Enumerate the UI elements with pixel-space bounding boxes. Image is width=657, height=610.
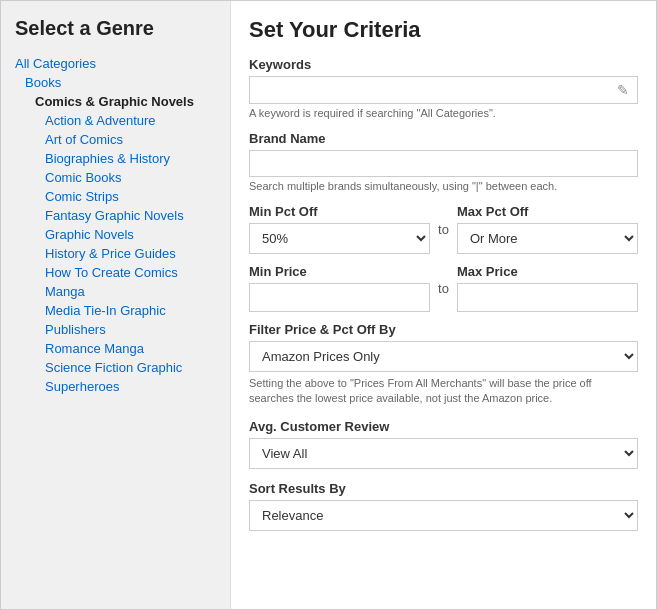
genre-link[interactable]: Action & Adventure (45, 113, 156, 128)
genre-list-item[interactable]: Biographies & History (45, 149, 216, 168)
genre-list-item[interactable]: Romance Manga (45, 339, 216, 358)
max-price-col: Max Price (457, 264, 638, 312)
genre-link[interactable]: Manga (45, 284, 85, 299)
max-pct-select[interactable]: Or More10%20%30%40%50%60%70%80%90% (457, 223, 638, 254)
right-title: Set Your Criteria (249, 17, 638, 43)
min-price-label: Min Price (249, 264, 430, 279)
genre-link[interactable]: Biographies & History (45, 151, 170, 166)
price-row: Min Price to Max Price (249, 264, 638, 312)
filter-label: Filter Price & Pct Off By (249, 322, 638, 337)
sort-select[interactable]: RelevancePrice: Low to HighPrice: High t… (249, 500, 638, 531)
genre-list-item[interactable]: Books (25, 73, 216, 92)
genre-link[interactable]: Art of Comics (45, 132, 123, 147)
genre-list-item[interactable]: Art of Comics (45, 130, 216, 149)
genre-list-item[interactable]: Superheroes (45, 377, 216, 396)
to-sep-2: to (438, 281, 449, 296)
left-panel: Select a Genre All CategoriesBooksComics… (1, 1, 231, 609)
filter-select[interactable]: Amazon Prices OnlyPrices From All Mercha… (249, 341, 638, 372)
genre-list-item[interactable]: Publishers (45, 320, 216, 339)
max-pct-col: Max Pct Off Or More10%20%30%40%50%60%70%… (457, 204, 638, 254)
genre-list-item[interactable]: Science Fiction Graphic (45, 358, 216, 377)
keywords-label: Keywords (249, 57, 638, 72)
genre-list-item[interactable]: History & Price Guides (45, 244, 216, 263)
filter-note: Setting the above to "Prices From All Me… (249, 376, 638, 407)
min-pct-col: Min Pct Off 50%10%20%30%40%60%70%80%90% (249, 204, 430, 254)
genre-link[interactable]: Comic Books (45, 170, 122, 185)
brand-label: Brand Name (249, 131, 638, 146)
genre-list-item[interactable]: Action & Adventure (45, 111, 216, 130)
genre-link[interactable]: Comic Strips (45, 189, 119, 204)
min-price-col: Min Price (249, 264, 430, 312)
min-price-input[interactable] (249, 283, 430, 312)
pct-off-row: Min Pct Off 50%10%20%30%40%60%70%80%90% … (249, 204, 638, 254)
genre-link[interactable]: History & Price Guides (45, 246, 176, 261)
main-container: Select a Genre All CategoriesBooksComics… (0, 0, 657, 610)
keywords-input-box: ✎ (249, 76, 638, 104)
brand-input[interactable] (258, 156, 629, 171)
max-price-label: Max Price (457, 264, 638, 279)
genre-list-item[interactable]: All Categories (15, 54, 216, 73)
genre-list-item[interactable]: Manga (45, 282, 216, 301)
to-sep-1: to (438, 222, 449, 237)
genre-list-item: Comics & Graphic Novels (35, 92, 216, 111)
keywords-section: Keywords ✎ A keyword is required if sear… (249, 57, 638, 119)
review-label: Avg. Customer Review (249, 419, 638, 434)
review-section: Avg. Customer Review View All1 star & up… (249, 419, 638, 469)
max-pct-label: Max Pct Off (457, 204, 638, 219)
genre-list-item[interactable]: How To Create Comics (45, 263, 216, 282)
genre-list-item[interactable]: Fantasy Graphic Novels (45, 206, 216, 225)
genre-link[interactable]: Publishers (45, 322, 106, 337)
sort-label: Sort Results By (249, 481, 638, 496)
keywords-input[interactable] (258, 83, 617, 98)
genre-link[interactable]: Books (25, 75, 61, 90)
genre-link[interactable]: Science Fiction Graphic (45, 360, 182, 375)
review-select[interactable]: View All1 star & up2 stars & up3 stars &… (249, 438, 638, 469)
right-panel: Set Your Criteria Keywords ✎ A keyword i… (231, 1, 656, 609)
keywords-hint: A keyword is required if searching "All … (249, 107, 638, 119)
genre-link[interactable]: Romance Manga (45, 341, 144, 356)
genre-link[interactable]: Graphic Novels (45, 227, 134, 242)
genre-list-item[interactable]: Media Tie-In Graphic (45, 301, 216, 320)
genre-list: All CategoriesBooksComics & Graphic Nove… (15, 54, 216, 396)
brand-hint: Search multiple brands simultaneously, u… (249, 180, 638, 192)
min-pct-select[interactable]: 50%10%20%30%40%60%70%80%90% (249, 223, 430, 254)
keywords-icon: ✎ (617, 82, 629, 98)
genre-list-item[interactable]: Graphic Novels (45, 225, 216, 244)
max-price-input[interactable] (457, 283, 638, 312)
genre-list-item[interactable]: Comic Strips (45, 187, 216, 206)
genre-link[interactable]: Superheroes (45, 379, 119, 394)
genre-link[interactable]: Media Tie-In Graphic (45, 303, 166, 318)
brand-section: Brand Name Search multiple brands simult… (249, 131, 638, 192)
genre-list-item[interactable]: Comic Books (45, 168, 216, 187)
sort-section: Sort Results By RelevancePrice: Low to H… (249, 481, 638, 531)
filter-section: Filter Price & Pct Off By Amazon Prices … (249, 322, 638, 407)
brand-input-box (249, 150, 638, 177)
genre-link[interactable]: Fantasy Graphic Novels (45, 208, 184, 223)
left-title: Select a Genre (15, 17, 216, 40)
genre-link[interactable]: All Categories (15, 56, 96, 71)
genre-link[interactable]: How To Create Comics (45, 265, 178, 280)
min-pct-label: Min Pct Off (249, 204, 430, 219)
